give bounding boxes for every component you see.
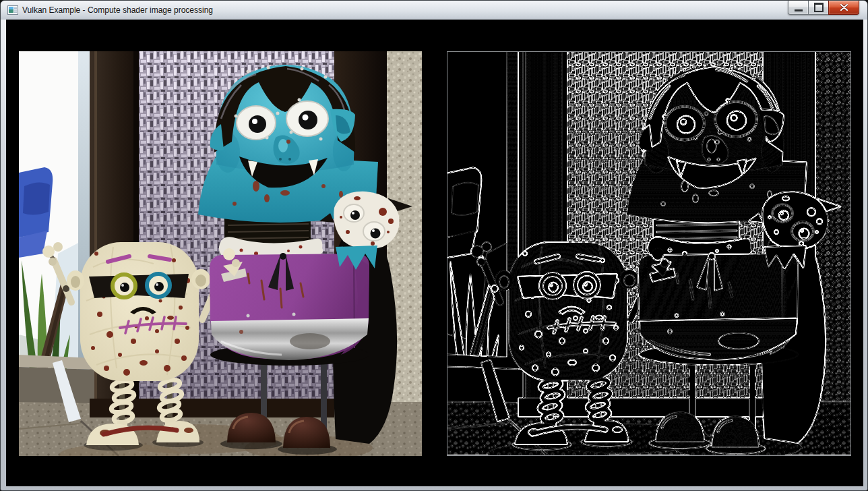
close-button[interactable] xyxy=(828,1,859,15)
window-title: Vulkan Example - Compute shader image pr… xyxy=(22,5,213,15)
original-photo xyxy=(19,51,422,456)
original-image-panel xyxy=(19,51,422,456)
maximize-icon xyxy=(814,3,824,12)
titlebar[interactable]: Vulkan Example - Compute shader image pr… xyxy=(1,1,867,20)
close-icon xyxy=(840,4,848,11)
maximize-button[interactable] xyxy=(809,1,828,15)
app-window: Vulkan Example - Compute shader image pr… xyxy=(0,0,868,491)
edge-detected-output xyxy=(447,52,850,455)
window-icon[interactable] xyxy=(7,5,18,16)
content-area xyxy=(6,20,863,486)
minimize-icon xyxy=(795,9,803,11)
processed-image-panel xyxy=(447,51,851,456)
minimize-button[interactable] xyxy=(788,1,809,15)
window-controls xyxy=(788,1,859,15)
